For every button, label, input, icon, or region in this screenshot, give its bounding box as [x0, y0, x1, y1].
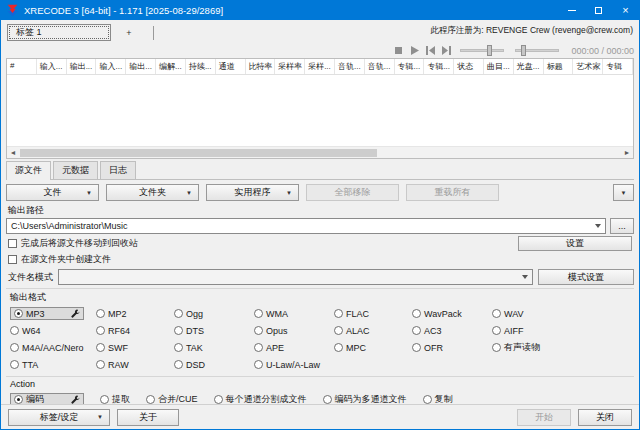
radio-icon[interactable]: [254, 326, 263, 335]
radio-icon[interactable]: [214, 395, 223, 404]
radio-icon[interactable]: [323, 395, 332, 404]
radio-icon[interactable]: [174, 326, 183, 335]
table-column-header[interactable]: 曲目...: [484, 59, 514, 74]
table-column-header[interactable]: 音轨...: [335, 59, 365, 74]
table-column-header[interactable]: 输出...: [126, 59, 156, 74]
radio-icon[interactable]: [254, 343, 263, 352]
wrench-icon[interactable]: [71, 395, 80, 404]
radio-icon[interactable]: [174, 309, 183, 318]
radio-icon[interactable]: [423, 395, 432, 404]
table-column-header[interactable]: 光盘...: [514, 59, 544, 74]
format-option[interactable]: TTA: [10, 358, 96, 371]
radio-icon[interactable]: [334, 309, 343, 318]
table-column-header[interactable]: 输入...: [96, 59, 126, 74]
radio-icon[interactable]: [10, 343, 19, 352]
next-track-button[interactable]: [441, 45, 452, 56]
format-option[interactable]: RF64: [96, 324, 174, 337]
format-option[interactable]: DTS: [174, 324, 254, 337]
folder-menu-button[interactable]: 文件夹▼: [106, 184, 199, 201]
scrollbar-thumb[interactable]: [20, 149, 377, 157]
add-tab-button[interactable]: +: [111, 24, 147, 41]
format-option[interactable]: W64: [10, 324, 96, 337]
table-body-empty[interactable]: [7, 75, 633, 146]
volume-slider[interactable]: [460, 49, 504, 52]
filename-pattern-combobox[interactable]: [58, 269, 533, 285]
volume-slider-thumb[interactable]: [487, 45, 492, 56]
format-option[interactable]: TAK: [174, 341, 254, 354]
table-column-header[interactable]: 专辑...: [395, 59, 425, 74]
table-column-header[interactable]: 编解...: [156, 59, 186, 74]
format-option[interactable]: 有声读物: [492, 341, 632, 354]
radio-icon[interactable]: [492, 309, 501, 318]
radio-icon[interactable]: [254, 309, 263, 318]
radio-icon[interactable]: [492, 343, 501, 352]
radio-icon[interactable]: [334, 326, 343, 335]
format-option[interactable]: MP2: [96, 307, 174, 320]
radio-icon[interactable]: [146, 395, 155, 404]
close-button[interactable]: ×: [612, 1, 639, 20]
minimize-button[interactable]: [558, 1, 585, 20]
file-menu-button[interactable]: 文件▼: [6, 184, 99, 201]
utilities-menu-button[interactable]: 实用程序▼: [206, 184, 299, 201]
wrench-icon[interactable]: [71, 309, 80, 318]
format-option[interactable]: FLAC: [334, 307, 412, 320]
tab-metadata[interactable]: 元数据: [53, 161, 98, 179]
radio-icon[interactable]: [412, 309, 421, 318]
radio-icon[interactable]: [100, 395, 109, 404]
radio-icon[interactable]: [10, 326, 19, 335]
format-option[interactable]: M4A/AAC/Nero: [10, 341, 96, 354]
recycle-checkbox[interactable]: [8, 239, 17, 248]
maximize-button[interactable]: [585, 1, 612, 20]
format-option[interactable]: WAV: [492, 307, 632, 320]
browse-button[interactable]: ...: [610, 218, 634, 234]
radio-checked-icon[interactable]: [14, 395, 23, 404]
table-column-header[interactable]: 比特率: [246, 59, 276, 74]
format-option[interactable]: SWF: [96, 341, 174, 354]
radio-icon[interactable]: [412, 326, 421, 335]
radio-checked-icon[interactable]: [14, 309, 23, 318]
table-column-header[interactable]: 采样...: [305, 59, 335, 74]
tab-log[interactable]: 日志: [100, 161, 136, 179]
scroll-left-icon[interactable]: ◄: [7, 147, 19, 159]
table-column-header[interactable]: 标题: [544, 59, 574, 74]
settings-button[interactable]: 设置: [518, 236, 632, 251]
table-column-header[interactable]: 状态: [454, 59, 484, 74]
table-column-header[interactable]: 专辑...: [424, 59, 454, 74]
seek-slider[interactable]: [515, 49, 559, 52]
create-in-source-checkbox[interactable]: [8, 255, 17, 264]
about-button[interactable]: 关于: [117, 409, 179, 426]
radio-icon[interactable]: [10, 360, 19, 369]
radio-icon[interactable]: [96, 309, 105, 318]
format-option[interactable]: WMA: [254, 307, 334, 320]
output-path-combobox[interactable]: C:\Users\Administrator\Music: [6, 218, 606, 234]
format-option[interactable]: RAW: [96, 358, 174, 371]
format-option[interactable]: WavPack: [412, 307, 492, 320]
seek-slider-thumb[interactable]: [521, 45, 526, 56]
format-option[interactable]: Ogg: [174, 307, 254, 320]
format-option[interactable]: DSD: [174, 358, 254, 371]
radio-icon[interactable]: [334, 343, 343, 352]
radio-icon[interactable]: [174, 360, 183, 369]
table-column-header[interactable]: #: [7, 59, 37, 74]
table-column-header[interactable]: 通道: [216, 59, 246, 74]
table-column-header[interactable]: 持续...: [186, 59, 216, 74]
table-column-header[interactable]: 专辑: [603, 59, 633, 74]
radio-icon[interactable]: [96, 360, 105, 369]
scroll-right-icon[interactable]: ►: [621, 147, 633, 159]
format-option[interactable]: AIFF: [492, 324, 632, 337]
radio-icon[interactable]: [174, 343, 183, 352]
format-option[interactable]: OFR: [412, 341, 492, 354]
tab-source-files[interactable]: 源文件: [6, 161, 51, 180]
radio-icon[interactable]: [412, 343, 421, 352]
radio-icon[interactable]: [96, 343, 105, 352]
format-option[interactable]: AC3: [412, 324, 492, 337]
table-column-header[interactable]: 输出...: [67, 59, 97, 74]
stop-button[interactable]: [393, 45, 404, 56]
tab-label-1[interactable]: 标签 1: [7, 24, 111, 41]
previous-track-button[interactable]: [425, 45, 436, 56]
table-column-header[interactable]: 采样率: [275, 59, 305, 74]
tags-presets-button[interactable]: 标签/设定▼: [8, 409, 110, 426]
format-option[interactable]: Opus: [254, 324, 334, 337]
table-column-header[interactable]: 音轨...: [365, 59, 395, 74]
format-option[interactable]: ALAC: [334, 324, 412, 337]
